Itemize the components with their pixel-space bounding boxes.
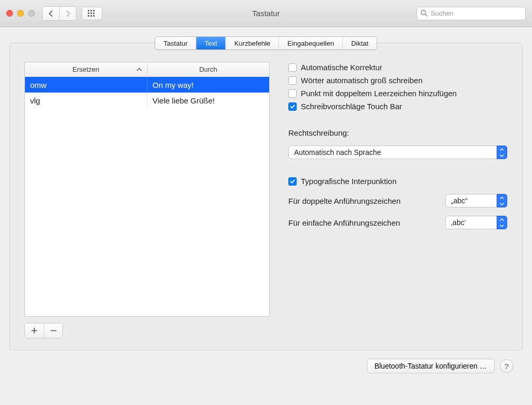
titlebar: Tastatur <box>0 0 532 27</box>
minimize-window-button[interactable] <box>17 10 24 17</box>
cell-replace: vlg <box>25 93 148 108</box>
checkbox-touch-bar-suggestions[interactable]: Schreibvorschläge Touch Bar <box>288 102 508 111</box>
select-stepper-icon <box>497 146 507 159</box>
svg-rect-5 <box>93 12 95 14</box>
left-column: Ersetzen Durch omw On my way! <box>24 62 270 338</box>
svg-rect-4 <box>90 12 92 14</box>
chevron-up-icon <box>137 68 142 71</box>
svg-rect-7 <box>90 15 92 17</box>
select-stepper-icon <box>497 194 507 207</box>
cell-replace: omw <box>25 77 148 93</box>
replacements-table[interactable]: Ersetzen Durch omw On my way! <box>24 62 270 317</box>
svg-rect-8 <box>93 15 95 17</box>
forward-button[interactable] <box>59 7 76 20</box>
column-header-with-label: Durch <box>199 66 217 73</box>
checkbox-icon <box>288 177 297 186</box>
single-quotes-label: Für einfache Anführungszeichen <box>288 218 438 227</box>
footer: Bluetooth-Tastatur konfigurieren … ? <box>9 359 513 373</box>
configure-bluetooth-keyboard-button[interactable]: Bluetooth-Tastatur konfigurieren … <box>367 359 495 373</box>
svg-rect-6 <box>88 15 89 17</box>
select-value: ‚abc‘ <box>451 218 466 227</box>
double-quotes-row: Für doppelte Anführungszeichen „abc“ <box>288 194 508 207</box>
nav-back-forward <box>42 6 76 21</box>
tab-text[interactable]: Text <box>196 37 226 49</box>
column-header-with[interactable]: Durch <box>148 62 270 76</box>
svg-rect-2 <box>93 10 95 11</box>
checkbox-label: Automatische Korrektur <box>301 63 382 72</box>
svg-rect-1 <box>90 10 92 11</box>
search-icon <box>420 9 428 17</box>
plus-icon <box>31 328 37 334</box>
column-header-replace-label: Ersetzen <box>73 66 99 73</box>
tab-eingabequellen[interactable]: Eingabequellen <box>279 37 343 49</box>
add-button[interactable] <box>25 323 44 338</box>
search-input[interactable] <box>417 7 526 20</box>
table-header: Ersetzen Durch <box>25 62 269 77</box>
checkbox-auto-capitalize[interactable]: Wörter automatisch groß schreiben <box>288 76 508 85</box>
svg-rect-3 <box>88 12 89 14</box>
back-button[interactable] <box>43 7 59 20</box>
table-body: omw On my way! vlg Viele liebe Grüße! <box>25 77 269 316</box>
spelling-label: Rechtschreibung: <box>288 128 508 137</box>
checkbox-label: Wörter automatisch groß schreiben <box>301 76 422 85</box>
grid-icon <box>88 10 96 17</box>
double-quotes-select[interactable]: „abc“ <box>445 194 508 207</box>
column-header-replace[interactable]: Ersetzen <box>25 62 148 76</box>
cell-with: On my way! <box>148 77 270 93</box>
help-icon: ? <box>504 362 509 371</box>
zoom-window-button[interactable] <box>28 10 35 17</box>
tab-kurzbefehle[interactable]: Kurzbefehle <box>226 37 279 49</box>
checkbox-icon <box>288 76 297 85</box>
select-value: „abc“ <box>451 197 468 205</box>
checkbox-smart-quotes[interactable]: Typografische Interpunktion <box>288 177 508 186</box>
table-row[interactable]: omw On my way! <box>25 77 269 93</box>
chevron-left-icon <box>48 10 54 17</box>
single-quotes-select[interactable]: ‚abc‘ <box>445 216 508 229</box>
spelling-select[interactable]: Automatisch nach Sprache <box>288 146 508 159</box>
preferences-pane: Tastatur Text Kurzbefehle Eingabequellen… <box>0 27 532 383</box>
window-controls <box>6 10 35 17</box>
checkbox-label: Punkt mit doppeltem Leerzeichen hinzufüg… <box>301 89 457 98</box>
tab-bar: Tastatur Text Kurzbefehle Eingabequellen… <box>155 36 377 50</box>
select-stepper-icon <box>497 216 507 229</box>
help-button[interactable]: ? <box>500 359 513 373</box>
minus-icon <box>50 328 57 334</box>
right-column: Automatische Korrektur Wörter automatisc… <box>288 62 508 338</box>
checkbox-label: Schreibvorschläge Touch Bar <box>301 102 402 111</box>
checkbox-double-space-period[interactable]: Punkt mit doppeltem Leerzeichen hinzufüg… <box>288 89 508 98</box>
show-all-button[interactable] <box>82 7 102 20</box>
tab-tastatur[interactable]: Tastatur <box>155 37 196 49</box>
add-remove-group <box>24 323 63 338</box>
checkbox-icon <box>288 89 297 98</box>
close-window-button[interactable] <box>6 10 13 17</box>
checkbox-label: Typografische Interpunktion <box>301 177 396 186</box>
svg-line-10 <box>425 14 427 16</box>
remove-button[interactable] <box>44 323 62 338</box>
svg-rect-0 <box>88 10 89 11</box>
table-row[interactable]: vlg Viele liebe Grüße! <box>25 93 269 108</box>
cell-with: Viele liebe Grüße! <box>148 93 270 108</box>
checkbox-icon <box>288 102 297 111</box>
checkbox-auto-correct[interactable]: Automatische Korrektur <box>288 63 508 72</box>
button-label: Bluetooth-Tastatur konfigurieren … <box>375 362 487 370</box>
double-quotes-label: Für doppelte Anführungszeichen <box>288 197 438 205</box>
chevron-right-icon <box>65 10 71 17</box>
checkbox-icon <box>288 63 297 72</box>
tab-diktat[interactable]: Diktat <box>343 37 377 49</box>
single-quotes-row: Für einfache Anführungszeichen ‚abc‘ <box>288 216 508 229</box>
content-panel: Tastatur Text Kurzbefehle Eingabequellen… <box>9 43 523 350</box>
select-value: Automatisch nach Sprache <box>294 148 381 156</box>
